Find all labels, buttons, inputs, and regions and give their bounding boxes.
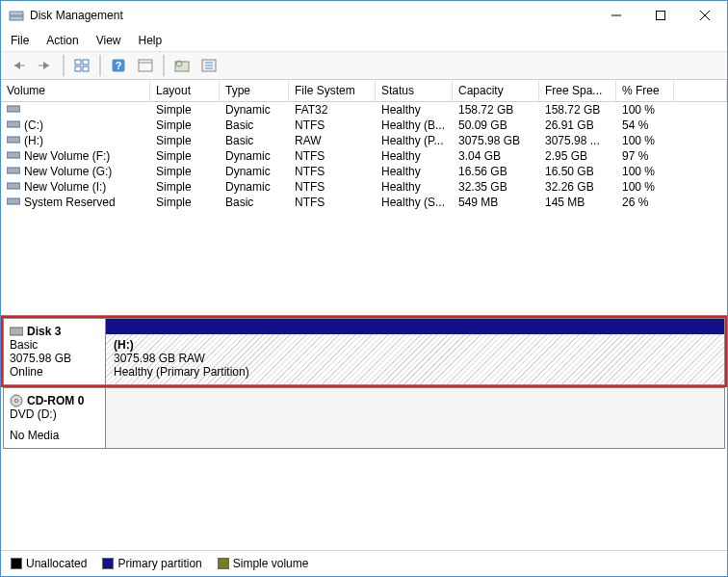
volume-type: Basic [220, 133, 289, 148]
volume-type: Basic [220, 195, 289, 210]
help-button[interactable]: ? [107, 55, 130, 76]
volume-name: New Volume (F:) [24, 149, 110, 163]
partition-health: Healthy (Primary Partition) [114, 365, 716, 379]
col-capacity[interactable]: Capacity [453, 80, 539, 101]
minimize-button[interactable] [594, 1, 638, 30]
volume-row[interactable]: SimpleDynamicFAT32Healthy158.72 GB158.72… [1, 102, 727, 118]
action-button[interactable] [197, 55, 221, 76]
svg-rect-11 [83, 66, 89, 71]
volume-fs: NTFS [289, 118, 376, 133]
legend-primary: Primary partition [117, 557, 201, 570]
volume-capacity: 16.56 GB [453, 164, 539, 179]
refresh-button[interactable] [170, 55, 194, 76]
volume-icon [7, 150, 24, 160]
close-button[interactable] [683, 1, 727, 30]
col-pctfree[interactable]: % Free [616, 80, 674, 101]
back-button[interactable] [7, 55, 30, 76]
menu-action[interactable]: Action [46, 34, 78, 47]
svg-rect-27 [7, 183, 20, 189]
menu-help[interactable]: Help [139, 34, 163, 47]
volume-layout: Simple [150, 133, 220, 148]
disk-3-type: Basic [10, 338, 99, 352]
svg-rect-25 [7, 152, 20, 158]
menu-file[interactable]: File [11, 34, 29, 47]
volume-capacity: 32.35 GB [453, 179, 539, 195]
disk-3-info: Disk 3 Basic 3075.98 GB Online [4, 319, 106, 384]
disk-3-title: Disk 3 [27, 325, 61, 338]
cdrom-icon [10, 394, 23, 407]
volume-layout: Simple [150, 164, 220, 179]
col-filesystem[interactable]: File System [289, 80, 376, 101]
col-volume[interactable]: Volume [1, 80, 150, 101]
col-type[interactable]: Type [220, 80, 289, 101]
maximize-button[interactable] [638, 1, 683, 30]
svg-rect-23 [7, 121, 20, 127]
toolbar: ? [1, 52, 727, 80]
volume-status: Healthy (B... [376, 118, 453, 133]
volume-row[interactable]: New Volume (I:)SimpleDynamicNTFSHealthy3… [1, 179, 727, 195]
volume-list[interactable]: Volume Layout Type File System Status Ca… [1, 80, 727, 316]
volume-status: Healthy [376, 148, 453, 164]
svg-text:?: ? [116, 60, 122, 71]
cdrom-empty [106, 388, 724, 448]
disk-3-row[interactable]: Disk 3 Basic 3075.98 GB Online (H:) 3075… [3, 318, 725, 385]
volume-icon [7, 166, 24, 175]
volume-capacity: 3075.98 GB [453, 133, 539, 148]
disk-3-status: Online [10, 365, 99, 379]
volume-fs: NTFS [289, 148, 376, 164]
svg-rect-1 [10, 16, 23, 20]
column-headers[interactable]: Volume Layout Type File System Status Ca… [1, 80, 727, 102]
volume-row[interactable]: New Volume (F:)SimpleDynamicNTFSHealthy3… [1, 148, 727, 164]
svg-rect-9 [83, 60, 89, 65]
volume-pct: 100 % [616, 179, 674, 195]
properties-button[interactable] [134, 55, 157, 76]
menu-view[interactable]: View [96, 34, 121, 47]
svg-rect-29 [10, 328, 23, 335]
volume-row[interactable]: System ReservedSimpleBasicNTFSHealthy (S… [1, 195, 727, 210]
volume-free: 16.50 GB [539, 164, 616, 179]
volume-capacity: 50.09 GB [453, 118, 539, 133]
separator [99, 55, 101, 76]
volume-type: Basic [220, 118, 289, 133]
col-status[interactable]: Status [376, 80, 453, 101]
volume-row[interactable]: (C:)SimpleBasicNTFSHealthy (B...50.09 GB… [1, 118, 727, 133]
volume-type: Dynamic [220, 102, 289, 118]
volume-free: 26.91 GB [539, 118, 616, 133]
volume-capacity: 158.72 GB [453, 102, 539, 118]
volume-layout: Simple [150, 195, 220, 210]
partition-desc: 3075.98 GB RAW [114, 352, 716, 365]
legend-simple: Simple volume [233, 557, 309, 570]
volume-row[interactable]: (H:)SimpleBasicRAWHealthy (P...3075.98 G… [1, 133, 727, 148]
forward-button[interactable] [34, 55, 57, 76]
col-free[interactable]: Free Spa... [539, 80, 616, 101]
volume-free: 32.26 GB [539, 179, 616, 195]
col-layout[interactable]: Layout [150, 80, 220, 101]
titlebar[interactable]: Disk Management [1, 1, 727, 30]
svg-rect-26 [7, 168, 20, 173]
volume-fs: NTFS [289, 179, 376, 195]
volume-fs: NTFS [289, 164, 376, 179]
disk-icon [10, 326, 23, 337]
disk-3-partitions: (H:) 3075.98 GB RAW Healthy (Primary Par… [106, 319, 724, 384]
volume-type: Dynamic [220, 164, 289, 179]
volume-free: 2.95 GB [539, 148, 616, 164]
volume-row[interactable]: New Volume (G:)SimpleDynamicNTFSHealthy1… [1, 164, 727, 179]
partition-h[interactable]: (H:) 3075.98 GB RAW Healthy (Primary Par… [106, 334, 724, 384]
swatch-unallocated [11, 558, 22, 569]
views-button[interactable] [70, 55, 93, 76]
volume-fs: NTFS [289, 195, 376, 210]
volume-free: 145 MB [539, 195, 616, 210]
cdrom-status: No Media [10, 429, 99, 442]
volume-status: Healthy [376, 179, 453, 195]
svg-rect-24 [7, 137, 20, 143]
volume-capacity: 549 MB [453, 195, 539, 210]
volume-blank-area [1, 210, 727, 316]
cdrom-info: CD-ROM 0 DVD (D:) No Media [4, 388, 106, 448]
cdrom-0-row[interactable]: CD-ROM 0 DVD (D:) No Media [3, 387, 725, 449]
cdrom-title: CD-ROM 0 [27, 394, 84, 407]
app-icon [9, 8, 24, 23]
svg-rect-10 [75, 66, 81, 71]
svg-rect-22 [7, 106, 20, 112]
volume-name: New Volume (I:) [24, 180, 106, 194]
volume-pct: 26 % [616, 195, 674, 210]
